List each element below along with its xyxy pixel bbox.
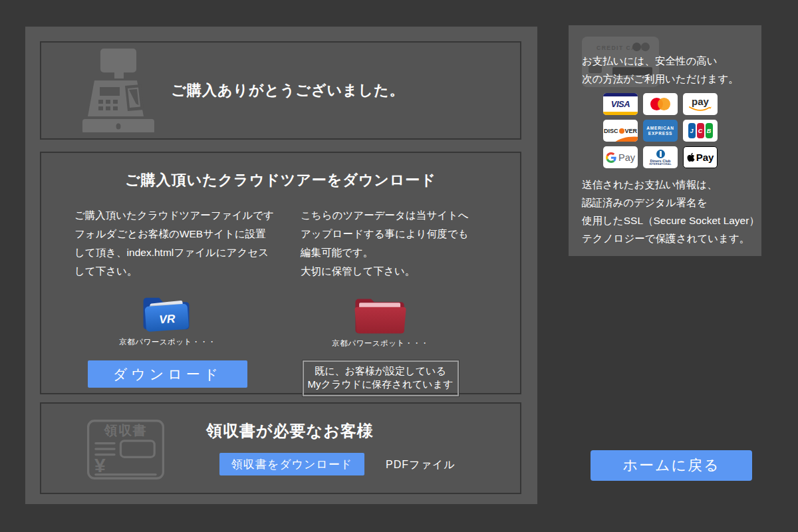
download-right-description: こちらのツアーデータは当サイトへ アップロードする事により何度でも 編集可能です… (301, 206, 487, 281)
thanks-section: ご購入ありがとうございました。 (40, 41, 521, 140)
visa-icon: VISA (603, 93, 638, 115)
ssl-protection-text: 送信されたお支払い情報は、 認証済みのデジタル署名を 使用したSSL（Secur… (582, 176, 759, 247)
cash-register-icon (81, 49, 156, 132)
receipt-icon-title: 領収書 (104, 423, 148, 438)
card-circle-icon (641, 43, 650, 51)
google-pay-icon: Pay (603, 146, 638, 168)
download-left-description: ご購入頂いたクラウドツアーファイルです フォルダごとお客様のWEBサイトに設置 … (74, 206, 279, 281)
apple-pay-icon: Pay (683, 146, 718, 168)
yen-symbol: ¥ (94, 454, 106, 476)
discover-icon: DISC VER (603, 120, 638, 142)
left-folder-label: 京都パワースポット・・・ (119, 337, 216, 347)
jcb-icon: J C B (683, 120, 718, 142)
main-panel: ご購入ありがとうございました。 ご購入頂いたクラウドツアーをダウンロード ご購入… (25, 27, 537, 504)
receipt-heading: 領収書が必要なお客様 (206, 420, 374, 442)
receipt-icon: 領収書 ¥ (85, 418, 166, 481)
card-circle-icon (632, 43, 641, 51)
amazon-pay-icon: pay (683, 93, 718, 115)
pdf-file-label: PDFファイル (386, 458, 456, 472)
vr-folder-icon: VR (142, 291, 193, 334)
red-folder-icon (354, 294, 406, 335)
download-section: ご購入頂いたクラウドツアーをダウンロード ご購入頂いたクラウドツアーファイルです… (40, 152, 521, 394)
cloud-save-note: 既に、お客様が設定している Myクラウドに保存されています (303, 360, 459, 396)
download-heading: ご購入頂いたクラウドツアーをダウンロード (41, 170, 520, 190)
diners-club-icon: Diners Club INTERNATIONAL (643, 146, 678, 168)
payment-logo-grid: VISA pay DISC VER AME (603, 93, 718, 168)
mastercard-icon (643, 93, 678, 115)
payment-panel: CREDIT CARD お支払いには、安全性の高い 次の方法がご利用いただけます… (569, 25, 761, 256)
amex-icon: AMERICAN EXPRESS (643, 120, 678, 142)
receipt-download-button[interactable]: 領収書をダウンロード (219, 453, 364, 475)
purchase-complete-page: ご購入ありがとうございました。 ご購入頂いたクラウドツアーをダウンロード ご購入… (0, 0, 798, 532)
receipt-section: 領収書 ¥ 領収書が必要なお客様 領収書をダウンロード PDFファイル (40, 402, 521, 494)
download-right-column: こちらのツアーデータは当サイトへ アップロードする事により何度でも 編集可能です… (301, 206, 487, 396)
right-folder-label: 京都パワースポット・・・ (332, 338, 429, 348)
download-button[interactable]: ダウンロード (88, 360, 247, 388)
payment-intro-text: お支払いには、安全性の高い 次の方法がご利用いただけます。 (582, 52, 739, 88)
home-button[interactable]: ホームに戻る (591, 450, 752, 481)
vr-badge: VR (159, 312, 176, 327)
download-left-column: ご購入頂いたクラウドツアーファイルです フォルダごとお客様のWEBサイトに設置 … (74, 206, 279, 396)
thanks-title: ご購入ありがとうございました。 (156, 80, 420, 100)
